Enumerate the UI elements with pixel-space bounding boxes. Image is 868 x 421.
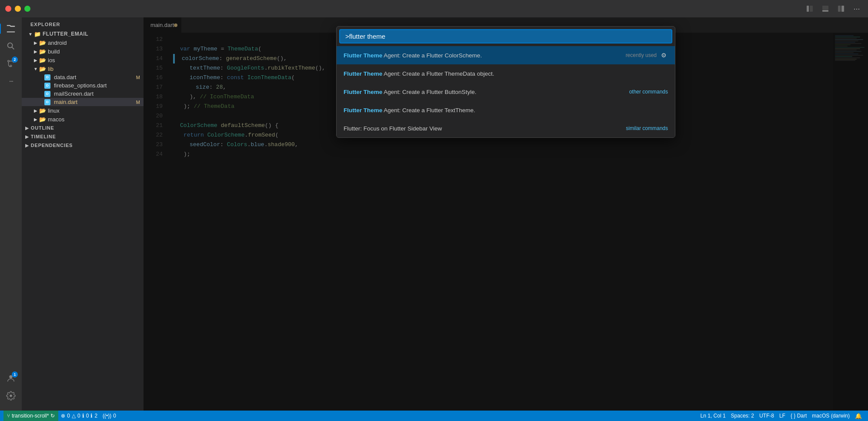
command-result-2-rest: Agent: Create a Flutter ThemeData object… — [382, 70, 494, 77]
tree-arrow-macos — [32, 116, 39, 123]
minimize-button[interactable] — [15, 6, 21, 12]
sidebar-item-lib[interactable]: 📂 lib — [22, 64, 144, 73]
maximize-button[interactable] — [24, 6, 30, 12]
folder-icon-ios: 📂 — [39, 57, 46, 63]
command-result-4-highlight: Flutter Theme — [344, 107, 382, 114]
status-spaces[interactable]: Spaces: 2 — [728, 411, 757, 421]
sidebar-item-data-dart[interactable]: D data.dart M — [22, 73, 144, 81]
traffic-lights — [5, 6, 30, 12]
editor-area: Flutter Theme Agent: Create a Flutter Co… — [144, 17, 868, 411]
command-result-4-rest: Agent: Create a Flutter TextTheme. — [382, 107, 475, 114]
linux-label: linux — [48, 107, 144, 114]
main-dart-badge: M — [136, 100, 140, 105]
timeline-arrow: ▶ — [25, 134, 29, 139]
command-result-3-text: Flutter Theme Agent: Create a Flutter Bu… — [344, 89, 624, 95]
command-result-1-rest: Agent: Create a Flutter ColorScheme. — [382, 52, 482, 59]
explorer-activity-icon[interactable] — [3, 21, 19, 37]
close-button[interactable] — [5, 6, 11, 12]
command-palette[interactable]: Flutter Theme Agent: Create a Flutter Co… — [336, 26, 675, 138]
tree-arrow-ios — [32, 57, 39, 63]
command-result-5[interactable]: Flutter: Focus on Flutter Sidebar View s… — [337, 119, 675, 137]
sidebar-item-android[interactable]: 📂 android — [22, 38, 144, 47]
status-position[interactable]: Ln 1, Col 1 — [698, 411, 728, 421]
split-editor-icon[interactable] — [835, 3, 847, 15]
sidebar-item-ios[interactable]: 📂 ios — [22, 56, 144, 64]
source-control-activity-icon[interactable]: 2 — [3, 56, 19, 71]
status-encoding[interactable]: UTF-8 — [757, 411, 777, 421]
svg-rect-5 — [841, 6, 844, 12]
status-branch[interactable]: ⑂ transition-scroll* ↻ — [3, 411, 58, 421]
main-dart-label: main.dart — [54, 99, 136, 105]
signal-count: 0 — [113, 413, 116, 419]
command-result-1-gear-icon[interactable]: ⚙ — [659, 51, 668, 60]
firebase-options-label: firebase_options.dart — [54, 82, 144, 89]
folder-icon-linux: 📂 — [39, 107, 46, 114]
command-result-3[interactable]: Flutter Theme Agent: Create a Flutter Bu… — [337, 83, 675, 101]
sidebar-content: 📁 FLUTTER_EMAIL 📂 android 📂 build — [22, 30, 144, 411]
command-result-2[interactable]: Flutter Theme Agent: Create a Flutter Th… — [337, 64, 675, 83]
status-line-ending[interactable]: LF — [777, 411, 788, 421]
sidebar-item-mailscreen[interactable]: D mailScreen.dart — [22, 90, 144, 98]
command-result-2-highlight: Flutter Theme — [344, 70, 382, 77]
sidebar-item-macos[interactable]: 📂 macos — [22, 115, 144, 124]
status-signal[interactable]: ((•)) 0 — [100, 411, 119, 421]
command-palette-overlay: Flutter Theme Agent: Create a Flutter Co… — [144, 17, 868, 411]
command-input-row[interactable] — [339, 29, 672, 43]
svg-rect-1 — [810, 6, 813, 12]
status-bell[interactable]: 🔔 — [852, 411, 865, 421]
status-errors[interactable]: ⊗ 0 △ 0 ℹ 0 ℹ 2 — [58, 411, 100, 421]
tree-arrow-build — [32, 48, 39, 55]
error-icon: ⊗ — [61, 413, 65, 419]
command-result-3-meta: other commands — [629, 89, 668, 95]
info-count: 0 — [86, 413, 89, 419]
status-platform[interactable]: macOS (darwin) — [809, 411, 852, 421]
warning-count: 0 — [77, 413, 80, 419]
position-text: Ln 1, Col 1 — [701, 413, 726, 419]
sidebar-item-main-dart[interactable]: D main.dart M — [22, 98, 144, 106]
settings-activity-icon[interactable] — [3, 388, 19, 404]
svg-rect-2 — [822, 6, 828, 10]
sidebar-item-build[interactable]: 📂 build — [22, 47, 144, 56]
tree-arrow-flutter-email — [27, 30, 34, 37]
sidebar-section-dependencies[interactable]: ▶ DEPENDENCIES — [22, 141, 144, 150]
sidebar-section-outline[interactable]: ▶ OUTLINE — [22, 124, 144, 132]
file-icon-firebase-options: D — [44, 83, 50, 89]
sync-icon: ↻ — [50, 413, 55, 419]
svg-point-6 — [8, 43, 13, 48]
signal-icon: ((•)) — [103, 413, 111, 419]
outline-label: OUTLINE — [31, 125, 54, 130]
command-palette-input[interactable] — [345, 33, 666, 40]
ios-label: ios — [48, 57, 144, 63]
status-language[interactable]: { } Dart — [788, 411, 809, 421]
sidebar-section-timeline[interactable]: ▶ TIMELINE — [22, 132, 144, 141]
spaces-text: Spaces: 2 — [731, 413, 754, 419]
command-result-1-meta: recently used — [626, 52, 657, 58]
command-result-4[interactable]: Flutter Theme Agent: Create a Flutter Te… — [337, 101, 675, 119]
source-control-badge: 2 — [12, 57, 18, 63]
command-result-5-full: Flutter: Focus on Flutter Sidebar View — [344, 125, 442, 132]
more-actions-icon[interactable]: ··· — [851, 3, 863, 15]
account-activity-icon[interactable]: 1 — [3, 371, 19, 386]
svg-rect-3 — [822, 10, 828, 12]
lib-label: lib — [48, 66, 144, 72]
sidebar-item-firebase-options[interactable]: D firebase_options.dart — [22, 81, 144, 90]
search-activity-icon[interactable] — [3, 38, 19, 54]
panel-toggle-icon[interactable] — [819, 3, 831, 15]
file-icon-main-dart: D — [44, 99, 50, 105]
command-results: Flutter Theme Agent: Create a Flutter Co… — [337, 46, 675, 137]
sidebar-item-linux[interactable]: 📂 linux — [22, 106, 144, 115]
branch-name: transition-scroll* — [12, 413, 49, 419]
android-label: android — [48, 40, 144, 46]
build-label: build — [48, 48, 144, 55]
dependencies-arrow: ▶ — [25, 143, 29, 148]
command-result-1[interactable]: Flutter Theme Agent: Create a Flutter Co… — [337, 46, 675, 64]
more-activity-icon[interactable]: ··· — [3, 73, 19, 89]
svg-rect-4 — [838, 6, 841, 12]
svg-rect-0 — [807, 6, 809, 12]
data-dart-badge: M — [136, 75, 140, 80]
sidebar-item-flutter-email[interactable]: 📁 FLUTTER_EMAIL — [22, 30, 144, 38]
sidebar-toggle-icon[interactable] — [804, 3, 816, 15]
encoding-text: UTF-8 — [759, 413, 774, 419]
folder-icon-lib: 📂 — [39, 65, 46, 72]
activity-bar: 2 ··· 1 — [0, 17, 22, 411]
